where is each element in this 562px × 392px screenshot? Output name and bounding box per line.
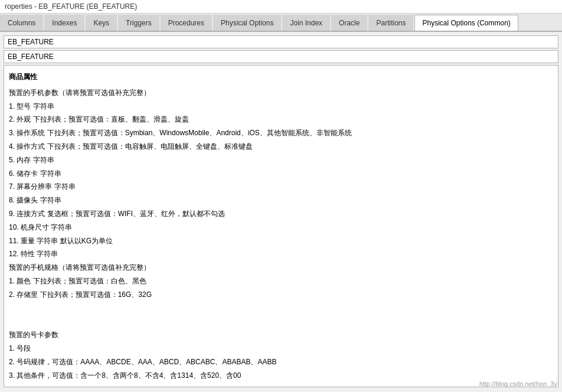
tab-procedures[interactable]: Procedures <box>161 15 212 31</box>
watermark: http://blog.csdn.net/hon_3y <box>479 380 557 387</box>
comment-line4: 3. 操作系统 下拉列表；预置可选值：Symbian、WindowsMobile… <box>9 126 553 140</box>
comment-line5: 4. 操作方式 下拉列表；预置可选值：电容触屏、电阻触屏、全键盘、标准键盘 <box>9 140 553 153</box>
tab-bar: Columns Indexes Keys Triggers Procedures… <box>0 14 562 32</box>
tab-partitions[interactable]: Partitions <box>368 15 413 31</box>
comment-line19 <box>9 315 553 328</box>
section-title: 商品属性 <box>9 70 553 84</box>
name-row-1 <box>4 35 558 48</box>
comment-line20: 预置的号卡参数 <box>9 328 553 342</box>
comment-area: 商品属性 预置的手机参数（请将预置可选值补充完整） 1. 型号 字符串 2. 外… <box>4 65 558 387</box>
comment-line13: 12. 特性 字符串 <box>9 247 553 261</box>
comment-line18 <box>9 302 553 315</box>
name-field-2[interactable] <box>4 50 558 63</box>
comment-line22: 2. 号码规律，可选值：AAAA、ABCDE、AAA、ABCD、ABCABC、A… <box>9 355 553 369</box>
comment-line23: 3. 其他条件，可选值：含一个8、含两个8、不含4、含1314、含520、含00 <box>9 369 553 383</box>
comment-line11: 10. 机身尺寸 字符串 <box>9 221 553 234</box>
comment-line10: 9. 连接方式 复选框；预置可选值：WIFI、蓝牙、红外，默认都不勾选 <box>9 207 553 221</box>
title-bar: roperties - EB_FEATURE (EB_FEATURE) <box>0 0 562 14</box>
comment-line17: 2. 存储里 下拉列表；预置可选值：16G、32G <box>9 288 553 302</box>
comment-line12: 11. 重量 字符串 默认以KG为单位 <box>9 234 553 248</box>
tab-physical-options[interactable]: Physical Options <box>213 15 281 31</box>
comment-line15: 预置的手机规格（请将预置可选值补充完整） <box>9 261 553 275</box>
comment-line7: 6. 储存卡 字符串 <box>9 167 553 181</box>
tab-keys[interactable]: Keys <box>86 15 117 31</box>
tab-physical-options-common[interactable]: Physical Options (Common) <box>414 15 518 31</box>
comment-line16: 1. 颜色 下拉列表；预置可选值：白色、黑色 <box>9 275 553 288</box>
comment-line21: 1. 号段 <box>9 342 553 355</box>
comment-line9: 8. 摄像头 字符串 <box>9 194 553 207</box>
tab-columns[interactable]: Columns <box>0 15 43 31</box>
tab-oracle[interactable]: Oracle <box>331 15 367 31</box>
title-text: roperties - EB_FEATURE (EB_FEATURE) <box>5 2 137 11</box>
comment-line2: 1. 型号 字符串 <box>9 100 553 113</box>
tab-triggers[interactable]: Triggers <box>118 15 159 31</box>
comment-line3: 2. 外观 下拉列表；预置可选值：直板、翻盖、滑盖、旋盖 <box>9 113 553 126</box>
comment-line8: 7. 屏幕分辨率 字符串 <box>9 180 553 194</box>
name-row-2 <box>4 50 558 63</box>
content-wrapper: 商品属性 预置的手机参数（请将预置可选值补充完整） 1. 型号 字符串 2. 外… <box>0 32 562 391</box>
tab-indexes[interactable]: Indexes <box>44 15 84 31</box>
comment-line6: 5. 内存 字符串 <box>9 153 553 167</box>
tab-join-index[interactable]: Join Index <box>282 15 330 31</box>
name-field-1[interactable] <box>4 35 558 48</box>
comment-line1: 预置的手机参数（请将预置可选值补充完整） <box>9 86 553 100</box>
